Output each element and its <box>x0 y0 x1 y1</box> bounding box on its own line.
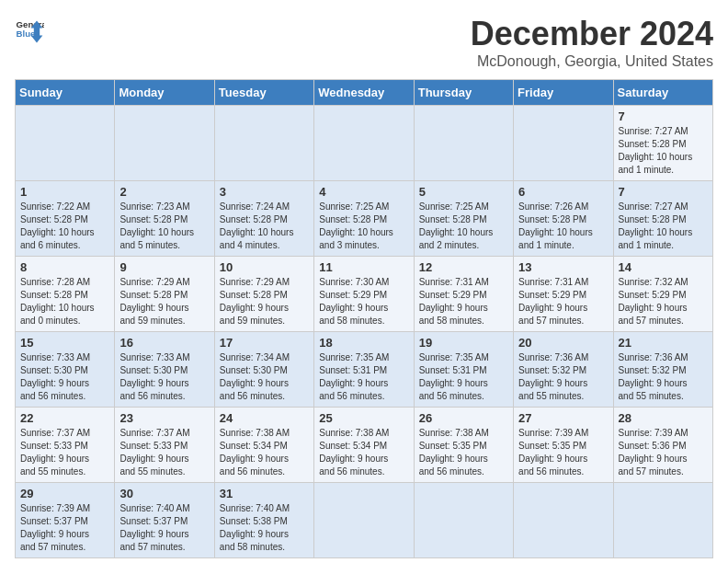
day-info: Sunrise: 7:36 AMSunset: 5:32 PMDaylight:… <box>619 351 708 403</box>
calendar-cell <box>414 106 513 181</box>
day-number: 31 <box>220 487 309 500</box>
calendar-cell: 31Sunrise: 7:40 AMSunset: 5:38 PMDayligh… <box>214 483 313 558</box>
calendar-cell: 26Sunrise: 7:38 AMSunset: 5:35 PMDayligh… <box>414 408 513 483</box>
day-number: 23 <box>119 411 209 425</box>
calendar-cell: 13Sunrise: 7:31 AMSunset: 5:29 PMDayligh… <box>514 257 613 332</box>
col-monday: Monday <box>115 80 214 106</box>
calendar-cell <box>514 483 613 558</box>
day-info: Sunrise: 7:34 AMSunset: 5:30 PMDaylight:… <box>220 351 309 403</box>
day-info: Sunrise: 7:31 AMSunset: 5:29 PMDaylight:… <box>419 276 508 327</box>
calendar-cell: 19Sunrise: 7:35 AMSunset: 5:31 PMDayligh… <box>414 332 513 408</box>
calendar-cell: 4Sunrise: 7:25 AMSunset: 5:28 PMDaylight… <box>314 181 414 257</box>
day-number: 7 <box>619 185 708 199</box>
calendar-cell <box>514 106 613 181</box>
calendar-cell <box>613 483 712 558</box>
calendar-cell: 28Sunrise: 7:39 AMSunset: 5:36 PMDayligh… <box>613 408 712 483</box>
calendar-cell <box>214 106 313 181</box>
day-number: 28 <box>619 411 708 425</box>
calendar-cell: 11Sunrise: 7:30 AMSunset: 5:29 PMDayligh… <box>314 257 414 332</box>
day-number: 7 <box>619 109 708 123</box>
day-number: 29 <box>20 487 109 500</box>
day-info: Sunrise: 7:33 AMSunset: 5:30 PMDaylight:… <box>20 351 109 403</box>
day-number: 3 <box>220 185 309 199</box>
col-thursday: Thursday <box>414 80 513 106</box>
calendar-cell: 14Sunrise: 7:32 AMSunset: 5:29 PMDayligh… <box>613 257 712 332</box>
day-info: Sunrise: 7:29 AMSunset: 5:28 PMDaylight:… <box>220 276 309 327</box>
calendar-cell: 7Sunrise: 7:27 AMSunset: 5:28 PMDaylight… <box>613 106 712 181</box>
day-number: 25 <box>319 411 408 425</box>
calendar-row: 7Sunrise: 7:27 AMSunset: 5:28 PMDaylight… <box>16 106 713 181</box>
logo: General Blue <box>15 15 44 44</box>
calendar-cell: 7Sunrise: 7:27 AMSunset: 5:28 PMDaylight… <box>613 181 712 257</box>
header: General Blue December 2024 McDonough, Ge… <box>15 15 713 70</box>
day-info: Sunrise: 7:27 AMSunset: 5:28 PMDaylight:… <box>619 125 708 177</box>
calendar-cell: 22Sunrise: 7:37 AMSunset: 5:33 PMDayligh… <box>16 408 115 483</box>
calendar-cell: 15Sunrise: 7:33 AMSunset: 5:30 PMDayligh… <box>16 332 115 408</box>
calendar-cell: 12Sunrise: 7:31 AMSunset: 5:29 PMDayligh… <box>414 257 513 332</box>
calendar-cell: 6Sunrise: 7:26 AMSunset: 5:28 PMDaylight… <box>514 181 613 257</box>
header-row: Sunday Monday Tuesday Wednesday Thursday… <box>16 80 713 106</box>
calendar-cell: 9Sunrise: 7:29 AMSunset: 5:28 PMDaylight… <box>115 257 214 332</box>
calendar-cell: 21Sunrise: 7:36 AMSunset: 5:32 PMDayligh… <box>613 332 712 408</box>
day-info: Sunrise: 7:25 AMSunset: 5:28 PMDaylight:… <box>419 201 508 252</box>
day-number: 9 <box>119 260 209 274</box>
calendar-row: 22Sunrise: 7:37 AMSunset: 5:33 PMDayligh… <box>16 408 713 483</box>
day-number: 16 <box>119 336 209 350</box>
day-number: 18 <box>319 336 408 350</box>
calendar-cell: 17Sunrise: 7:34 AMSunset: 5:30 PMDayligh… <box>214 332 313 408</box>
day-number: 1 <box>20 185 109 199</box>
title-block: December 2024 McDonough, Georgia, United… <box>471 15 713 70</box>
day-info: Sunrise: 7:25 AMSunset: 5:28 PMDaylight:… <box>319 201 408 252</box>
day-number: 2 <box>119 185 209 199</box>
calendar-row: 8Sunrise: 7:28 AMSunset: 5:28 PMDaylight… <box>16 257 713 332</box>
calendar-title: December 2024 <box>471 15 713 53</box>
day-info: Sunrise: 7:31 AMSunset: 5:29 PMDaylight:… <box>518 276 608 327</box>
day-number: 13 <box>518 260 608 274</box>
col-tuesday: Tuesday <box>214 80 313 106</box>
day-number: 8 <box>20 260 109 274</box>
day-number: 5 <box>419 185 508 199</box>
day-info: Sunrise: 7:32 AMSunset: 5:29 PMDaylight:… <box>619 276 708 327</box>
col-sunday: Sunday <box>16 80 115 106</box>
day-info: Sunrise: 7:35 AMSunset: 5:31 PMDaylight:… <box>319 351 408 403</box>
day-info: Sunrise: 7:24 AMSunset: 5:28 PMDaylight:… <box>220 201 309 252</box>
day-number: 21 <box>619 336 708 350</box>
day-number: 20 <box>518 336 608 350</box>
day-info: Sunrise: 7:30 AMSunset: 5:29 PMDaylight:… <box>319 276 408 327</box>
calendar-cell: 18Sunrise: 7:35 AMSunset: 5:31 PMDayligh… <box>314 332 414 408</box>
calendar-row: 1Sunrise: 7:22 AMSunset: 5:28 PMDaylight… <box>16 181 713 257</box>
calendar-cell: 2Sunrise: 7:23 AMSunset: 5:28 PMDaylight… <box>115 181 214 257</box>
day-number: 22 <box>20 411 109 425</box>
day-info: Sunrise: 7:27 AMSunset: 5:28 PMDaylight:… <box>619 201 708 252</box>
calendar-table: Sunday Monday Tuesday Wednesday Thursday… <box>15 79 713 558</box>
day-info: Sunrise: 7:37 AMSunset: 5:33 PMDaylight:… <box>20 427 109 478</box>
calendar-cell: 16Sunrise: 7:33 AMSunset: 5:30 PMDayligh… <box>115 332 214 408</box>
logo-icon: General Blue <box>15 15 44 44</box>
day-info: Sunrise: 7:26 AMSunset: 5:28 PMDaylight:… <box>518 201 608 252</box>
day-info: Sunrise: 7:22 AMSunset: 5:28 PMDaylight:… <box>20 201 109 252</box>
calendar-cell <box>314 106 414 181</box>
calendar-cell: 8Sunrise: 7:28 AMSunset: 5:28 PMDaylight… <box>16 257 115 332</box>
calendar-row: 15Sunrise: 7:33 AMSunset: 5:30 PMDayligh… <box>16 332 713 408</box>
calendar-cell: 24Sunrise: 7:38 AMSunset: 5:34 PMDayligh… <box>214 408 313 483</box>
day-info: Sunrise: 7:23 AMSunset: 5:28 PMDaylight:… <box>119 201 209 252</box>
day-number: 14 <box>619 260 708 274</box>
calendar-subtitle: McDonough, Georgia, United States <box>471 53 713 70</box>
day-number: 26 <box>419 411 508 425</box>
day-number: 4 <box>319 185 408 199</box>
calendar-cell: 1Sunrise: 7:22 AMSunset: 5:28 PMDaylight… <box>16 181 115 257</box>
col-friday: Friday <box>514 80 613 106</box>
day-number: 6 <box>518 185 608 199</box>
day-number: 10 <box>220 260 309 274</box>
day-info: Sunrise: 7:29 AMSunset: 5:28 PMDaylight:… <box>119 276 209 327</box>
calendar-cell: 27Sunrise: 7:39 AMSunset: 5:35 PMDayligh… <box>514 408 613 483</box>
calendar-cell: 29Sunrise: 7:39 AMSunset: 5:37 PMDayligh… <box>16 483 115 558</box>
calendar-cell: 20Sunrise: 7:36 AMSunset: 5:32 PMDayligh… <box>514 332 613 408</box>
day-number: 19 <box>419 336 508 350</box>
calendar-cell: 3Sunrise: 7:24 AMSunset: 5:28 PMDaylight… <box>214 181 313 257</box>
day-number: 11 <box>319 260 408 274</box>
day-info: Sunrise: 7:35 AMSunset: 5:31 PMDaylight:… <box>419 351 508 403</box>
calendar-cell: 25Sunrise: 7:38 AMSunset: 5:34 PMDayligh… <box>314 408 414 483</box>
calendar-cell: 10Sunrise: 7:29 AMSunset: 5:28 PMDayligh… <box>214 257 313 332</box>
day-info: Sunrise: 7:40 AMSunset: 5:38 PMDaylight:… <box>220 502 309 554</box>
